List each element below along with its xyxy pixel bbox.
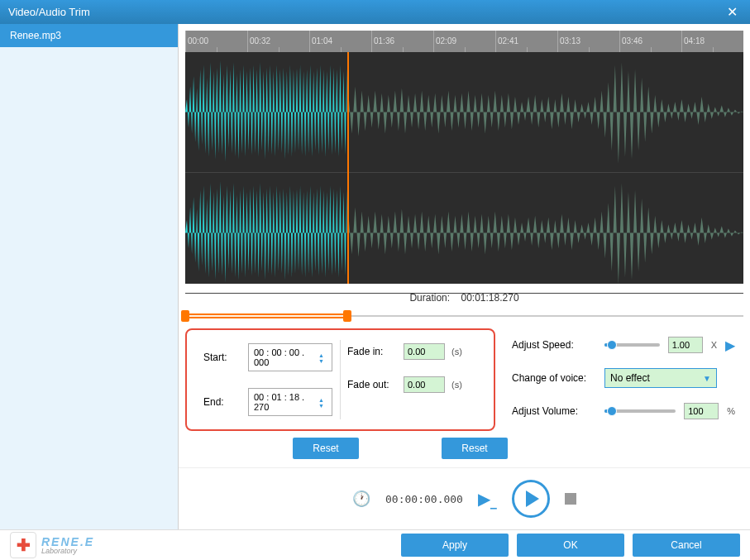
stop-button[interactable] — [565, 493, 576, 505]
ruler-tick: 03:46 — [619, 31, 681, 52]
volume-input[interactable] — [684, 403, 719, 419]
step-forward-icon[interactable]: ▶▁ — [478, 489, 497, 509]
voice-row: Change of voice: No effect ▼ — [512, 368, 735, 388]
trim-window: Video/Audio Trim ✕ Renee.mp3 00:00 00:32… — [0, 0, 750, 560]
duration-label: Duration: — [409, 292, 450, 304]
waveform-display[interactable] — [185, 52, 743, 284]
play-preview-icon[interactable]: ▶ — [725, 337, 735, 353]
speed-row: Adjust Speed: X ▶ — [512, 337, 735, 353]
chevron-down-icon: ▼ — [703, 374, 711, 383]
logo-sub-text: Laboratory — [41, 548, 94, 555]
slider-thumb[interactable] — [607, 340, 617, 350]
range-selector[interactable] — [185, 312, 743, 320]
chevron-down-icon[interactable]: ▼ — [318, 358, 327, 363]
reset-row: Reset Reset — [185, 438, 743, 459]
chevron-up-icon[interactable]: ▲ — [318, 397, 327, 402]
slider-thumb[interactable] — [607, 406, 617, 416]
ruler-tick: 02:09 — [433, 31, 495, 52]
ruler-tick: 02:41 — [495, 31, 557, 52]
waveform-channel-right — [185, 173, 743, 294]
ruler-tick: 04:18 — [681, 31, 743, 52]
playback-controls: 🕐 00:00:00.000 ▶▁ — [179, 467, 750, 529]
cancel-button[interactable]: Cancel — [633, 534, 740, 557]
end-time-input[interactable]: 00 : 01 : 18 . 270 ▲ ▼ — [248, 388, 332, 416]
timeline-ruler[interactable]: 00:00 00:32 01:04 01:36 02:09 02:41 03:1… — [185, 31, 743, 52]
voice-select[interactable]: No effect ▼ — [604, 368, 717, 388]
fadein-field-row: Fade in: (s) — [347, 343, 477, 360]
brand-logo: ✚ RENE.E Laboratory — [10, 532, 393, 558]
voice-select-value: No effect — [610, 372, 650, 384]
ruler-tick: 03:13 — [557, 31, 619, 52]
adjust-parameters: Adjust Speed: X ▶ Change of voice: No ef… — [512, 328, 743, 431]
range-handle-end[interactable] — [343, 310, 351, 322]
end-spinner[interactable]: ▲ ▼ — [318, 397, 327, 408]
ruler-tick: 00:00 — [185, 31, 247, 52]
main-panel: 00:00 00:32 01:04 01:36 02:09 02:41 03:1… — [179, 24, 750, 529]
range-handle-start[interactable] — [181, 310, 189, 322]
reset-trim-button[interactable]: Reset — [293, 438, 358, 459]
fadeout-input[interactable] — [404, 376, 445, 393]
reset-fade-button[interactable]: Reset — [442, 438, 507, 459]
speed-label: Adjust Speed: — [512, 339, 596, 351]
speed-input[interactable] — [668, 337, 703, 353]
titlebar: Video/Audio Trim ✕ — [0, 0, 750, 24]
seconds-unit: (s) — [451, 380, 462, 390]
controls-section: Start: 00 : 00 : 00 . 000 ▲ ▼ End: — [185, 328, 743, 431]
waveform-channel-left — [185, 52, 743, 173]
start-field-row: Start: 00 : 00 : 00 . 000 ▲ ▼ — [203, 343, 333, 371]
window-title: Video/Audio Trim — [8, 6, 722, 18]
close-icon[interactable]: ✕ — [722, 2, 742, 22]
end-label: End: — [203, 396, 241, 408]
play-button[interactable] — [512, 480, 550, 518]
trim-parameters-box: Start: 00 : 00 : 00 . 000 ▲ ▼ End: — [185, 328, 495, 431]
file-sidebar: Renee.mp3 — [0, 24, 179, 529]
ruler-tick: 01:36 — [371, 31, 433, 52]
ruler-tick: 00:32 — [247, 31, 309, 52]
content-area: Renee.mp3 00:00 00:32 01:04 01:36 02:09 … — [0, 24, 750, 529]
ok-button[interactable]: OK — [517, 534, 624, 557]
start-label: Start: — [203, 352, 241, 363]
speed-slider[interactable] — [604, 343, 660, 347]
logo-main-text: RENE.E — [41, 536, 94, 548]
ruler-tick: 01:04 — [309, 31, 371, 52]
seconds-unit: (s) — [451, 347, 462, 357]
volume-unit: % — [727, 406, 735, 416]
volume-row: Adjust Volume: % — [512, 403, 735, 419]
start-time-input[interactable]: 00 : 00 : 00 . 000 ▲ ▼ — [248, 343, 332, 371]
volume-slider[interactable] — [604, 409, 676, 413]
play-icon — [526, 491, 539, 507]
chevron-up-icon[interactable]: ▲ — [318, 352, 327, 357]
playback-time: 00:00:00.000 — [385, 493, 463, 505]
start-spinner[interactable]: ▲ ▼ — [318, 352, 327, 363]
playhead-marker[interactable] — [347, 52, 349, 284]
fadein-input[interactable] — [404, 343, 445, 360]
duration-value: 00:01:18.270 — [461, 292, 518, 304]
file-list-item[interactable]: Renee.mp3 — [0, 24, 178, 47]
end-time-value: 00 : 01 : 18 . 270 — [254, 392, 318, 412]
fadeout-label: Fade out: — [347, 379, 397, 390]
voice-label: Change of voice: — [512, 372, 596, 384]
start-time-value: 00 : 00 : 00 . 000 — [254, 347, 318, 367]
logo-icon: ✚ — [10, 532, 36, 558]
chevron-down-icon[interactable]: ▼ — [318, 403, 327, 408]
fadein-label: Fade in: — [347, 346, 397, 357]
fadeout-field-row: Fade out: (s) — [347, 376, 477, 393]
apply-button[interactable]: Apply — [401, 534, 509, 557]
footer-bar: ✚ RENE.E Laboratory Apply OK Cancel — [0, 529, 750, 560]
speed-unit: X — [711, 340, 717, 350]
clock-icon: 🕐 — [352, 490, 370, 508]
volume-label: Adjust Volume: — [512, 405, 596, 417]
range-selection — [185, 314, 347, 318]
end-field-row: End: 00 : 01 : 18 . 270 ▲ ▼ — [203, 388, 333, 416]
